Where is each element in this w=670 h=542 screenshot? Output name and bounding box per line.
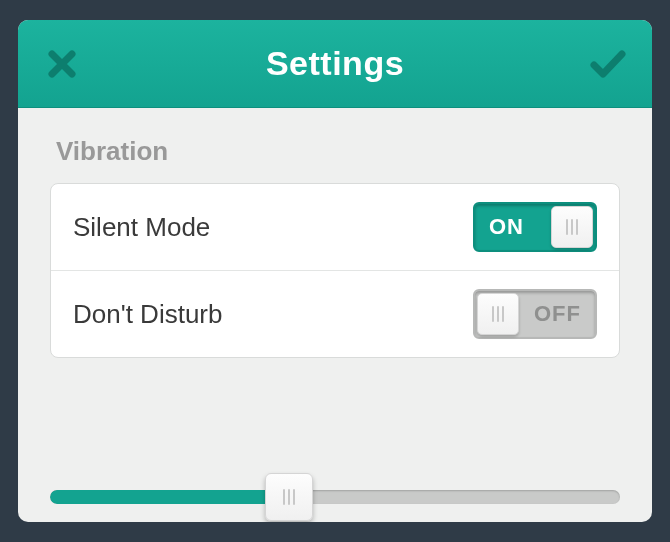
check-icon xyxy=(590,49,626,79)
confirm-button[interactable] xyxy=(590,46,626,82)
toggle-knob xyxy=(551,206,593,248)
content-area: Vibration Silent Mode ON Don't Disturb O… xyxy=(18,108,652,430)
toggle-dont-disturb[interactable]: OFF xyxy=(473,289,597,339)
header-bar: Settings xyxy=(18,20,652,108)
toggle-silent-mode[interactable]: ON xyxy=(473,202,597,252)
row-dont-disturb: Don't Disturb OFF xyxy=(51,271,619,357)
toggle-knob xyxy=(477,293,519,335)
row-label: Don't Disturb xyxy=(73,299,222,330)
settings-panel: Settings Vibration Silent Mode ON xyxy=(18,20,652,522)
slider-fill xyxy=(50,490,289,504)
volume-slider[interactable] xyxy=(50,472,620,522)
toggle-state-text: ON xyxy=(475,214,538,240)
slider-area xyxy=(18,430,652,522)
close-icon xyxy=(47,49,77,79)
row-silent-mode: Silent Mode ON xyxy=(51,184,619,271)
slider-track xyxy=(50,490,620,504)
section-label-vibration: Vibration xyxy=(50,136,620,167)
page-title: Settings xyxy=(266,44,404,83)
close-button[interactable] xyxy=(44,46,80,82)
toggle-state-text: OFF xyxy=(520,301,595,327)
settings-list: Silent Mode ON Don't Disturb OFF xyxy=(50,183,620,358)
slider-knob[interactable] xyxy=(265,473,313,521)
row-label: Silent Mode xyxy=(73,212,210,243)
